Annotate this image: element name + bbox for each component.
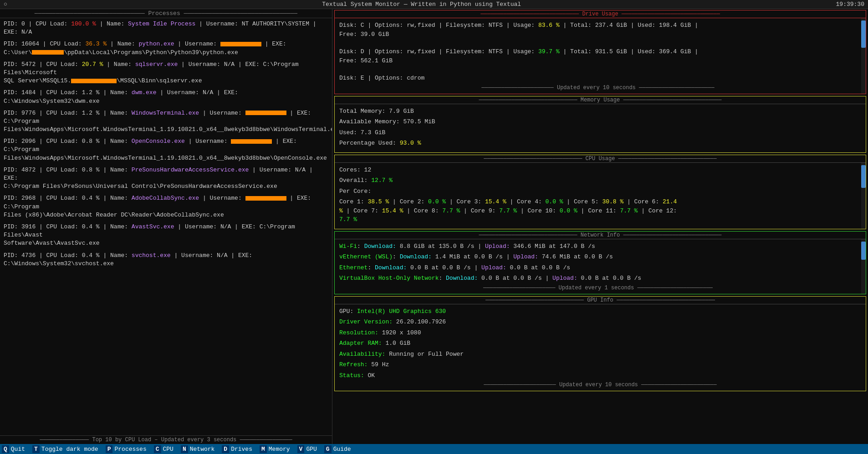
titlebar: ○ Textual System Monitor — Written in Py…: [0, 0, 868, 9]
nav-key-p[interactable]: P: [106, 445, 113, 453]
processes-panel: ——————————————————————————————— Processe…: [0, 9, 332, 444]
memory-available: Available Memory: 570.5 MiB: [339, 117, 861, 126]
nav-drives[interactable]: D Drives: [222, 445, 254, 453]
network-section-content: Wi-Fi: Download: 8.8 GiB at 135.0 B /s |…: [335, 239, 866, 294]
nav-network[interactable]: N Network: [181, 445, 216, 453]
nav-key-d[interactable]: D: [222, 445, 229, 453]
cpu-load: 20.7 %: [82, 61, 103, 68]
gpu-name: GPU: Intel(R) UHD Graphics 630: [339, 307, 861, 316]
gpu-section: —————————————————————————————— GPU Info …: [334, 296, 866, 392]
titlebar-center: Textual System Monitor — Written in Pyth…: [322, 1, 521, 8]
network-footer: —————————————————————— Updated every 1 s…: [339, 285, 857, 291]
nav-label-quit: Quit: [9, 445, 27, 453]
gpu-section-content: GPU: Intel(R) UHD Graphics 630 Driver Ve…: [335, 304, 866, 391]
memory-section-content: Total Memory: 7.9 GiB Available Memory: …: [335, 104, 866, 152]
nav-label-network: Network: [188, 445, 217, 453]
nav-label-memory: Memory: [267, 445, 292, 453]
gpu-ram: Adapter RAM: 1.0 GiB: [339, 339, 861, 348]
network-wsl: vEthernet (WSL): Download: 1.4 MiB at 0.…: [339, 252, 857, 262]
cpu-per-core-label: Per Core:: [339, 187, 857, 196]
nav-key-n[interactable]: N: [181, 445, 188, 453]
gpu-status: Status: OK: [339, 371, 861, 380]
gpu-availability: Availability: Running or Full Power: [339, 350, 861, 359]
process-row: PID: 5472 | CPU Load: 20.7 % | Name: sql…: [4, 61, 328, 86]
gpu-driver: Driver Version: 26.20.100.7926: [339, 318, 861, 327]
memory-percentage: Percentage Used: 93.0 %: [339, 139, 861, 148]
memory-section-header: —————————————————————————————— Memory Us…: [335, 96, 866, 104]
nav-key-v[interactable]: V: [297, 445, 305, 453]
gpu-footer: —————————————————————— Updated every 10 …: [339, 382, 861, 388]
process-row: PID: 2968 | CPU Load: 0.4 % | Name: Adob…: [4, 194, 328, 219]
gpu-refresh: Refresh: 59 Hz: [339, 360, 861, 369]
cpu-section-content: Cores: 12 Overall: 12.7 % Per Core: Core…: [335, 163, 866, 229]
nav-label-gpu: GPU: [304, 445, 318, 453]
drive-section: —————————————————————————————— Drive Usa…: [334, 10, 866, 94]
navbar: Q Quit T Toggle dark mode P Processes C …: [0, 444, 868, 454]
nav-gpu[interactable]: V GPU: [297, 445, 319, 453]
cpu-cores: Cores: 12: [339, 166, 857, 175]
nav-key-t[interactable]: T: [32, 445, 40, 453]
drive-c-info: Disk: C | Options: rw,fixed | Filesystem…: [339, 21, 857, 39]
nav-cpu[interactable]: C CPU: [154, 445, 175, 453]
cpu-cores-line1: Core 1: 38.5 % | Core 2: 0.0 % | Core 3:…: [339, 197, 857, 224]
process-row: PID: 9776 | CPU Load: 1.2 % | Name: Wind…: [4, 109, 328, 134]
drive-section-content: Disk: C | Options: rw,fixed | Filesystem…: [335, 18, 866, 94]
nav-label-drives: Drives: [229, 445, 254, 453]
gpu-resolution: Resolution: 1920 x 1080: [339, 328, 861, 338]
nav-label-guide: Guide: [332, 445, 353, 453]
memory-section: —————————————————————————————— Memory Us…: [334, 96, 866, 153]
processes-list[interactable]: PID: 0 | CPU Load: 100.0 % | Name: Syste…: [0, 18, 332, 435]
process-row: PID: 3916 | CPU Load: 0.4 % | Name: Avas…: [4, 223, 328, 248]
cpu-load: 36.3 %: [85, 40, 107, 47]
nav-toggle[interactable]: T Toggle dark mode: [32, 445, 100, 453]
process-row: PID: 16064 | CPU Load: 36.3 % | Name: py…: [4, 40, 328, 56]
network-section-header: —————————————————————————————— Network I…: [335, 232, 866, 239]
nav-memory[interactable]: M Memory: [260, 445, 292, 453]
nav-guide[interactable]: G Guide: [324, 445, 353, 453]
nav-quit[interactable]: Q Quit: [2, 445, 27, 453]
cpu-section-header: —————————————————————————————— CPU Usage…: [335, 155, 866, 163]
nav-label-processes: Processes: [112, 445, 148, 453]
network-virtualbox: VirtualBox Host-Only Network: Download: …: [339, 274, 857, 283]
drive-d-info: Disk: D | Options: rw,fixed | Filesystem…: [339, 47, 857, 65]
process-row: PID: 4872 | CPU Load: 0.8 % | Name: PreS…: [4, 166, 328, 191]
cpu-load: 100.0 %: [71, 20, 96, 27]
network-section: —————————————————————————————— Network I…: [334, 231, 866, 294]
memory-used: Used: 7.3 GiB: [339, 128, 861, 137]
nav-key-g[interactable]: G: [324, 445, 332, 453]
process-row: PID: 0 | CPU Load: 100.0 % | Name: Syste…: [4, 20, 328, 36]
main-content: ——————————————————————————————— Processe…: [0, 9, 868, 444]
processes-footer: ——————————————— Top 10 by CPU Load – Upd…: [0, 435, 332, 444]
nav-label-toggle: Toggle dark mode: [40, 445, 100, 453]
nav-key-m[interactable]: M: [260, 445, 267, 453]
titlebar-right: 19:39:30: [836, 1, 864, 8]
gpu-section-header: —————————————————————————————— GPU Info …: [335, 297, 866, 304]
nav-key-c[interactable]: C: [154, 445, 161, 453]
nav-processes[interactable]: P Processes: [106, 445, 148, 453]
process-row: PID: 2096 | CPU Load: 0.8 % | Name: Open…: [4, 137, 328, 162]
process-text: PID: 0 | CPU Load:: [4, 20, 71, 27]
process-row: PID: 4736 | CPU Load: 0.4 % | Name: svch…: [4, 252, 328, 268]
cpu-overall: Overall: 12.7 %: [339, 176, 857, 185]
drive-e-info: Disk: E | Options: cdrom: [339, 74, 857, 83]
right-panel: —————————————————————————————— Drive Usa…: [332, 9, 868, 444]
nav-key-q[interactable]: Q: [2, 445, 9, 453]
processes-header: ——————————————————————————————— Processe…: [0, 9, 332, 18]
memory-total: Total Memory: 7.9 GiB: [339, 107, 861, 116]
drive-footer: —————————————————————— Updated every 10 …: [339, 85, 857, 91]
drive-section-header: —————————————————————————————— Drive Usa…: [335, 10, 866, 18]
nav-label-cpu: CPU: [161, 445, 175, 453]
titlebar-left: ○: [4, 1, 7, 8]
process-row: PID: 1484 | CPU Load: 1.2 % | Name: dwm.…: [4, 89, 328, 105]
network-wifi: Wi-Fi: Download: 8.8 GiB at 135.0 B /s |…: [339, 242, 857, 251]
cpu-section: —————————————————————————————— CPU Usage…: [334, 155, 866, 229]
network-ethernet: Ethernet: Download: 0.0 B at 0.0 B /s | …: [339, 263, 857, 272]
